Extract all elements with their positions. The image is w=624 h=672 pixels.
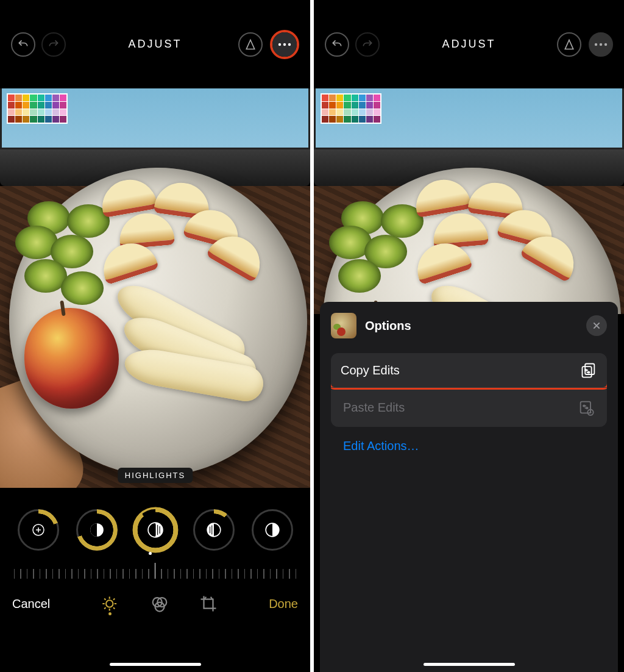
svg-point-2 xyxy=(288,43,291,45)
dial-shadows[interactable] xyxy=(193,509,235,551)
edit-actions-link[interactable]: Edit Actions… xyxy=(331,427,607,465)
dial-exposure[interactable] xyxy=(18,509,59,551)
mode-crop[interactable] xyxy=(199,594,218,613)
markup-button[interactable] xyxy=(238,32,263,57)
paste-edits-label: Paste Edits xyxy=(343,401,405,415)
right-phone: ADJUST xyxy=(314,0,624,672)
dial-brilliance[interactable] xyxy=(76,509,118,551)
redo-icon xyxy=(361,38,374,51)
options-sheet-header: Options xyxy=(331,313,607,338)
undo-button[interactable] xyxy=(11,32,35,57)
undo-icon xyxy=(17,38,29,51)
topbar-title: ADJUST xyxy=(442,38,495,51)
more-icon xyxy=(278,43,291,46)
options-thumbnail xyxy=(331,313,356,338)
photo-content xyxy=(314,88,624,314)
editor-topbar: ADJUST xyxy=(0,0,310,88)
adjustment-dials-row[interactable] xyxy=(0,488,310,556)
close-icon xyxy=(592,321,601,331)
active-adjustment-badge: HIGHLIGHTS xyxy=(118,468,193,483)
options-group: Copy Edits Paste Edits xyxy=(331,353,607,427)
svg-point-1 xyxy=(283,43,286,45)
adjustment-slider[interactable] xyxy=(0,556,310,579)
redo-button[interactable] xyxy=(41,32,66,57)
topbar-title: ADJUST xyxy=(128,38,182,51)
paste-edits-row: Paste Edits xyxy=(331,387,607,427)
photo-canvas[interactable]: HIGHLIGHTS xyxy=(0,88,310,488)
photo-canvas-right[interactable] xyxy=(314,88,624,314)
dial-highlights[interactable] xyxy=(132,507,178,553)
redo-button[interactable] xyxy=(355,32,380,57)
cancel-button[interactable]: Cancel xyxy=(12,597,50,611)
copy-edits-row[interactable]: Copy Edits xyxy=(331,353,607,390)
svg-rect-24 xyxy=(581,402,590,413)
crop-mode-icon xyxy=(199,595,218,613)
paste-edits-icon xyxy=(578,399,595,416)
editor-topbar-right: ADJUST xyxy=(314,0,624,88)
home-indicator[interactable] xyxy=(110,663,201,666)
svg-point-13 xyxy=(106,600,113,607)
left-phone: ADJUST xyxy=(0,0,310,672)
options-sheet: Options Copy Edits Paste Edits Edit Acti… xyxy=(320,302,618,672)
markup-button[interactable] xyxy=(557,32,581,57)
markup-icon xyxy=(244,38,257,51)
redo-icon xyxy=(48,38,60,51)
mode-adjust[interactable] xyxy=(101,594,121,613)
more-button[interactable] xyxy=(272,32,297,57)
svg-point-17 xyxy=(595,43,597,45)
more-button-highlight xyxy=(270,30,299,59)
close-options-button[interactable] xyxy=(586,315,607,336)
undo-icon xyxy=(331,38,343,51)
editor-bottom-bar: Cancel Done xyxy=(0,579,310,623)
svg-point-0 xyxy=(278,43,281,45)
photo-content xyxy=(0,88,310,488)
copy-edits-label: Copy Edits xyxy=(341,363,400,377)
options-title: Options xyxy=(365,319,411,333)
undo-button[interactable] xyxy=(325,32,349,57)
filters-mode-icon xyxy=(151,595,169,613)
adjust-mode-icon xyxy=(101,595,118,613)
home-indicator[interactable] xyxy=(424,663,515,666)
copy-edits-icon xyxy=(580,362,597,379)
dial-contrast[interactable] xyxy=(252,509,293,551)
more-icon xyxy=(594,43,608,46)
more-button[interactable] xyxy=(589,32,613,57)
svg-point-18 xyxy=(600,43,602,45)
svg-point-19 xyxy=(604,43,607,45)
mode-filters[interactable] xyxy=(150,594,169,613)
markup-icon xyxy=(563,38,575,51)
done-button[interactable]: Done xyxy=(269,597,298,611)
